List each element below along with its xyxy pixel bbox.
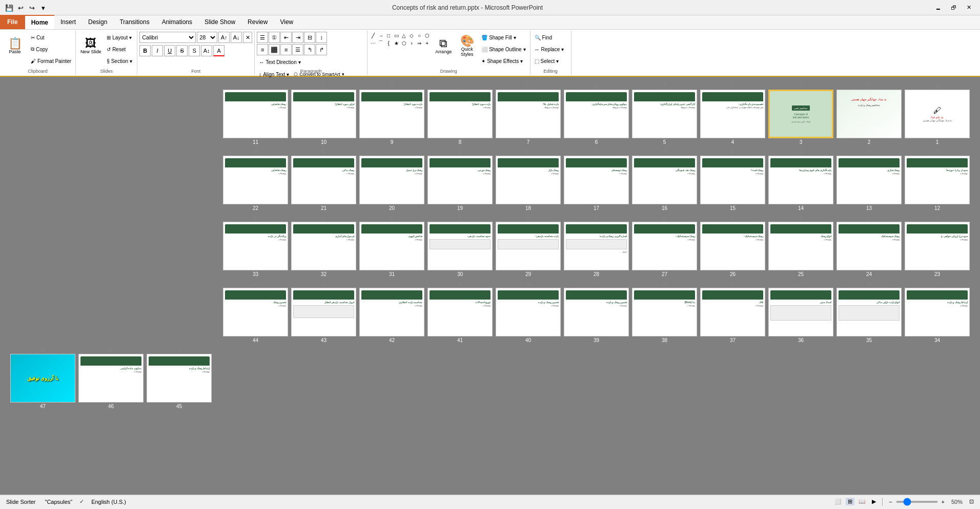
- columns-button[interactable]: ⊟: [304, 32, 315, 43]
- new-slide-button[interactable]: 🖼 New Slide: [78, 32, 104, 60]
- align-right-button[interactable]: ≡: [280, 44, 292, 55]
- shape-diamond[interactable]: ◇: [408, 32, 415, 39]
- close-button[interactable]: ✕: [962, 3, 976, 13]
- shape-arc[interactable]: ⌒: [377, 39, 384, 47]
- slide-thumb-18[interactable]: ☆ ریسک بازار توضیحات 18: [496, 148, 561, 211]
- slide-thumb-2[interactable]: ☆ به ساد جهانگیر جهان هستی مفاهیم ریسک و…: [836, 82, 902, 145]
- shape-rect[interactable]: □: [385, 32, 392, 39]
- slide-thumb-7[interactable]: ☆ بازده تحلیل بلا! توضیحات مربوطه 7: [496, 82, 561, 145]
- increase-font-size-button[interactable]: A↑: [218, 32, 230, 43]
- slide-thumb-46[interactable]: ☆ منابع و ماده الزامی توضیحات 46: [78, 346, 144, 409]
- undo-button[interactable]: ↩: [15, 3, 26, 13]
- tab-view[interactable]: View: [274, 15, 299, 29]
- slide-image-2[interactable]: به ساد جهانگیر جهان هستی مفاهیم ریسک و ب…: [836, 90, 902, 138]
- shape-chevron[interactable]: ›: [408, 39, 415, 47]
- slide-thumb-22[interactable]: ☆ ریسک تقاضایی توضیحات 22: [223, 148, 288, 211]
- slide-thumb-21[interactable]: ☆ ریسک مالی توضیحات 21: [291, 148, 356, 211]
- slide-thumb-34[interactable]: ☆ ارتباط ریسک و بازده توضیحات 34: [905, 280, 970, 343]
- restore-button[interactable]: 🗗: [946, 3, 961, 13]
- shape-line[interactable]: ╱: [370, 32, 377, 39]
- slide-thumb-26[interactable]: ☆ ریسک سیستماتیک: توضیحات 26: [700, 214, 765, 277]
- spacing-button[interactable]: A↕: [201, 45, 212, 56]
- tab-animations[interactable]: Animations: [156, 15, 198, 29]
- slide-thumb-36[interactable]: ☆ اسناد مدیر 36: [768, 280, 833, 343]
- underline-button[interactable]: U: [164, 45, 175, 56]
- view-slide-sorter[interactable]: Slide Sorter: [4, 498, 37, 505]
- select-button[interactable]: ⬚ Select▾: [533, 55, 566, 67]
- font-size-select[interactable]: 28: [197, 32, 217, 43]
- zoom-slider[interactable]: [896, 501, 937, 503]
- slide-thumb-42[interactable]: ☆ محاسبه بازده انتظاری توضیحات 42: [359, 280, 424, 343]
- shape-rect2[interactable]: ▭: [393, 32, 400, 39]
- slide-thumb-13[interactable]: ☆ ریسک تجاری توضیحات 13: [836, 148, 902, 211]
- slide-thumb-17[interactable]: ☆ ریسک توسعه‌ای توضیحات 17: [564, 148, 629, 211]
- increase-indent-button[interactable]: ⇥: [292, 32, 303, 43]
- shape-block-arrow[interactable]: ⇒: [416, 39, 423, 47]
- slide-thumb-10[interactable]: ☆ فزایی مورد انتظار! توضیحات 10: [291, 82, 356, 145]
- align-center-button[interactable]: ⬛: [269, 44, 280, 55]
- shape-fill-button[interactable]: 🪣 Shape Fill▾: [479, 32, 527, 43]
- shape-callout[interactable]: ⬡: [423, 32, 431, 39]
- bold-button[interactable]: B: [139, 45, 151, 56]
- slide-thumb-30[interactable]: ☆ حدود محاسبه بازدهی: 30: [427, 214, 493, 277]
- tab-transitions[interactable]: Transitions: [113, 15, 155, 29]
- replace-button[interactable]: ↔ Replace▾: [533, 44, 566, 55]
- shape-pentagon[interactable]: ⬠: [400, 39, 407, 47]
- italic-button[interactable]: I: [152, 45, 163, 56]
- slide-thumb-5[interactable]: ☆ کار گنجی تدبیر پایه‌ای ایران‌گذاری: تو…: [632, 82, 697, 145]
- slide-thumb-41[interactable]: ☆ توزیع احتمالات توضیحات 41: [427, 280, 493, 343]
- tab-insert[interactable]: Insert: [54, 15, 82, 29]
- section-button[interactable]: § Section ▾: [105, 55, 134, 67]
- slide-thumb-31[interactable]: ☆ شاخص کووی توضیحات 31: [359, 214, 424, 277]
- language-button[interactable]: English (U.S.): [89, 498, 128, 505]
- slide-thumb-25[interactable]: ☆ انواع ریسک توضیحات 25: [768, 214, 833, 277]
- quick-styles-button[interactable]: 🎨 Quick Styles: [456, 32, 478, 60]
- slideshow-btn[interactable]: ▶: [870, 498, 878, 505]
- find-button[interactable]: 🔍 Find: [533, 32, 566, 43]
- customize-qat-button[interactable]: ▾: [38, 3, 48, 13]
- slide-thumb-40[interactable]: ☆ تخمین ریسک و بازده توضیحات 40: [496, 280, 561, 343]
- slide-thumb-4[interactable]: ☆ تقسیم‌بندی بازده‌گذاری: متن توضیحات اس…: [700, 82, 765, 145]
- slide-thumb-37[interactable]: ☆ نلاک توضیحات 37: [700, 280, 765, 343]
- slide-thumb-16[interactable]: ☆ ریسک نقد شوندگی توضیحات 16: [632, 148, 697, 211]
- slide-thumb-6[interactable]: ☆ موانع و رویکردهای سرمایه‌گذاری: توضیحا…: [564, 82, 629, 145]
- slide-thumb-32[interactable]: ☆ فرمول‌های آماری توضیحات 32: [291, 214, 356, 277]
- slide-thumb-8[interactable]: ☆ بازده مورد انتظار! توضیحات 8: [427, 82, 493, 145]
- normal-view-btn[interactable]: ⬜: [832, 498, 844, 505]
- clear-format-button[interactable]: ✕: [243, 32, 252, 43]
- slide-thumb-43[interactable]: ☆ فرول محاسبه بازدهی انتظار 43: [291, 280, 356, 343]
- slide-thumb-35[interactable]: ☆ انواع بازده دارایی مالی 35: [836, 280, 902, 343]
- shape-star[interactable]: ★: [393, 39, 400, 47]
- slide-thumb-33[interactable]: ☆ پراکندگی در بازده توضیحات 33: [223, 214, 288, 277]
- slide-thumb-3[interactable]: ☆ مفاهيم عصر Concepts ofrisk and return …: [768, 82, 833, 145]
- save-button[interactable]: 💾: [4, 3, 14, 13]
- shape-oval[interactable]: ○: [416, 32, 423, 39]
- shape-brace[interactable]: {: [385, 39, 392, 47]
- shape-effects-button[interactable]: ✦ Shape Effects▾: [479, 55, 527, 67]
- bullets-button[interactable]: ☰: [257, 32, 268, 43]
- slide-thumb-23[interactable]: ☆ سود نرخ ارزیابی خواهی ع توضیحات 23: [905, 214, 970, 277]
- font-color-button[interactable]: A: [213, 45, 224, 56]
- paste-button[interactable]: 📋 Paste: [2, 32, 28, 60]
- slide-thumb-20[interactable]: ☆ ریسک نرخ تبدیل توضیحات 20: [359, 148, 424, 211]
- slide-sorter[interactable]: ☆ 🖋 به نام خدا به ساد جهانگیر جهان هستی …: [0, 77, 980, 495]
- slide-thumb-39[interactable]: ☆ تخمین ریسک و بازده توضیحات 39: [564, 280, 629, 343]
- reset-button[interactable]: ↺ Reset: [105, 44, 134, 55]
- tab-home[interactable]: Home: [25, 15, 54, 29]
- cut-button[interactable]: ✂ Cut: [29, 32, 73, 43]
- slide-thumb-14[interactable]: ☆ بازده‌گذاری های قوی بیماری‌ها توضیحات …: [768, 148, 833, 211]
- shape-plus[interactable]: +: [423, 39, 431, 47]
- slide-image-1[interactable]: 🖋 به نام خدا به ساد جهانگیر جهان هستی: [905, 90, 970, 138]
- rtl-button[interactable]: ↰: [304, 44, 315, 55]
- decrease-font-size-button[interactable]: A↓: [231, 32, 242, 43]
- slide-thumb-9[interactable]: ☆ بازده مورد انتظار! توضیحات 9: [359, 82, 424, 145]
- slide-thumb-12[interactable]: ☆ سود از زیان/ موردها توضیحات 12: [905, 148, 970, 211]
- slide-sorter-view-btn[interactable]: ⊞: [846, 498, 854, 505]
- slide-image-3[interactable]: مفاهيم عصر Concepts ofrisk and return اس…: [768, 90, 833, 138]
- minimize-button[interactable]: 🗕: [931, 3, 945, 13]
- justify-button[interactable]: ☰: [292, 44, 303, 55]
- redo-button[interactable]: ↪: [27, 3, 37, 13]
- slide-thumb-44[interactable]: ☆ تخمین ریسک توضیحات 44: [223, 280, 288, 343]
- slide-thumb-28[interactable]: ☆ انجاره گیری ریسک و بازده: جدول 28: [564, 214, 629, 277]
- format-painter-button[interactable]: 🖌 Format Painter: [29, 55, 73, 67]
